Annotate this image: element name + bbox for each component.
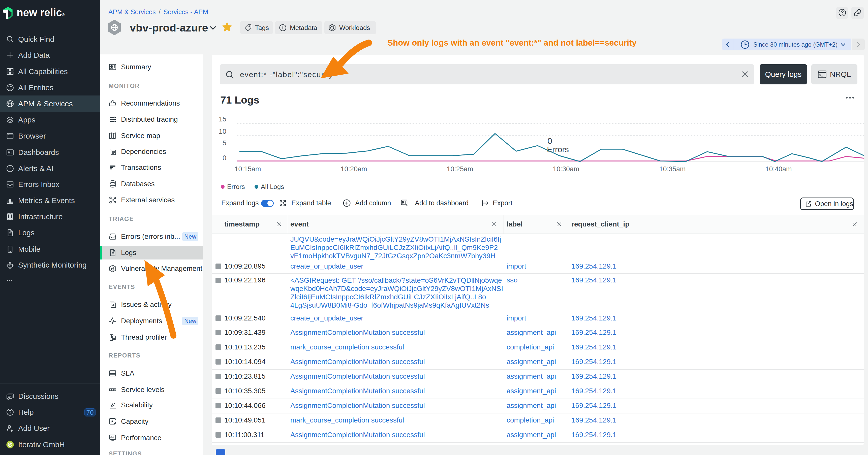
svg-text:0: 0 [548, 136, 552, 145]
svg-text:10:25am: 10:25am [446, 165, 473, 173]
svg-text:15: 15 [219, 116, 226, 123]
svg-text:Errors: Errors [547, 145, 569, 154]
svg-text:0: 0 [222, 154, 226, 162]
svg-text:10:35am: 10:35am [659, 165, 685, 173]
svg-text:5: 5 [222, 139, 226, 147]
svg-text:10:20am: 10:20am [341, 165, 367, 173]
svg-text:10:30am: 10:30am [553, 165, 579, 173]
svg-text:10:40am: 10:40am [765, 165, 792, 173]
svg-text:10: 10 [219, 128, 226, 135]
svg-text:10:15am: 10:15am [235, 165, 261, 173]
